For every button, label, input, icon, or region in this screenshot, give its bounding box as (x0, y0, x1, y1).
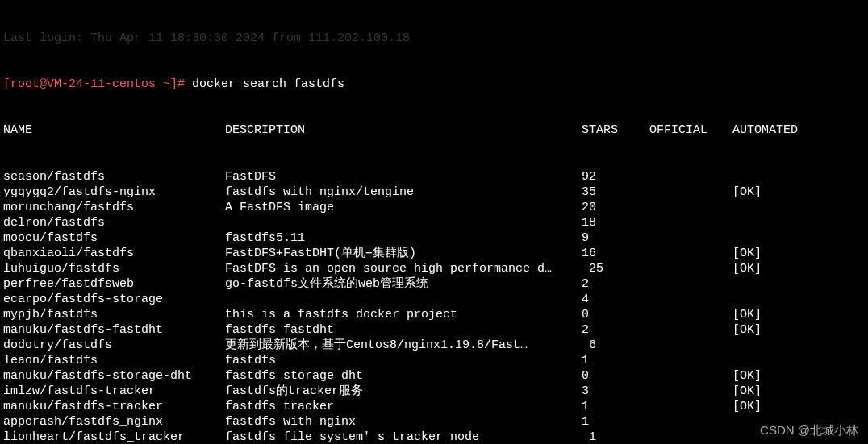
table-row: imlzw/fastdfs-trackerfastdfs的tracker服务3[… (3, 384, 865, 399)
cell-official (649, 338, 732, 353)
table-row: season/fastdfsFastDFS92 (3, 169, 865, 185)
cell-automated (732, 230, 813, 246)
cell-automated: [OK] (732, 185, 813, 200)
table-row: appcrash/fastdfs_nginxfastdfs with nginx… (3, 414, 865, 429)
cell-stars: 4 (582, 292, 649, 307)
cell-official (649, 246, 732, 261)
cell-stars: 1 (582, 399, 649, 414)
cell-official (649, 292, 732, 307)
cell-name: mypjb/fastdfs (3, 307, 225, 322)
cell-description: fastdfs5.11 (225, 230, 582, 246)
table-row: manuku/fastdfs-storage-dhtfastdfs storag… (3, 368, 865, 384)
cell-automated: [OK] (732, 307, 813, 322)
cell-stars: 20 (582, 200, 649, 215)
cell-automated (732, 292, 813, 307)
table-row: perfree/fastdfswebgo-fastdfs文件系统的web管理系统… (3, 276, 865, 292)
cell-name: manuku/fastdfs-fastdht (3, 322, 225, 338)
cell-automated: [OK] (732, 384, 813, 399)
cell-official (649, 200, 732, 215)
cell-description: fastdfs with nginx/tengine (225, 185, 582, 200)
cell-name: manuku/fastdfs-tracker (3, 399, 225, 414)
cell-automated (732, 338, 813, 353)
table-row: morunchang/fastdfsA FastDFS image20 (3, 200, 865, 215)
cell-official (649, 384, 732, 399)
cell-automated (732, 276, 813, 292)
cell-description: fastdfs with nginx (225, 414, 582, 429)
table-row: mypjb/fastdfsthis is a fastdfs docker pr… (3, 307, 865, 322)
cell-description: 更新到最新版本，基于Centos8/nginx1.19.8/Fast… (225, 338, 582, 353)
cell-stars: 9 (582, 230, 649, 246)
cell-name: season/fastdfs (3, 169, 225, 185)
cell-name: luhuiguo/fastdfs (3, 261, 225, 276)
cell-official (649, 399, 732, 414)
cell-description (225, 215, 582, 230)
cell-official (649, 169, 732, 185)
table-header: NAME DESCRIPTION STARS OFFICIAL AUTOMATE… (3, 122, 865, 138)
cell-stars: 18 (582, 215, 649, 230)
cell-stars: 92 (582, 169, 649, 185)
table-row: qbanxiaoli/fastdfsFastDFS+FastDHT(单机+集群版… (3, 246, 865, 261)
cell-description: A FastDFS image (225, 200, 582, 215)
cell-name: qbanxiaoli/fastdfs (3, 246, 225, 261)
cell-official (649, 307, 732, 322)
cell-name: morunchang/fastdfs (3, 200, 225, 215)
cell-description: go-fastdfs文件系统的web管理系统 (225, 276, 582, 292)
table-row: manuku/fastdfs-trackerfastdfs tracker1[O… (3, 399, 865, 414)
cell-stars: 0 (582, 368, 649, 384)
cell-name: lionheart/fastdfs_tracker (3, 429, 225, 444)
cell-name: moocu/fastdfs (3, 230, 225, 246)
cell-description: fastdfs tracker (225, 399, 582, 414)
cell-name: ecarpo/fastdfs-storage (3, 292, 225, 307)
cell-description: fastdfs (225, 353, 582, 368)
cell-official (649, 353, 732, 368)
cell-official (649, 429, 732, 444)
table-row: delron/fastdfs18 (3, 215, 865, 230)
header-stars: STARS (582, 122, 649, 138)
cell-description (225, 292, 582, 307)
cell-stars: 2 (582, 322, 649, 338)
command-text: docker search fastdfs (192, 77, 344, 91)
cell-name: manuku/fastdfs-storage-dht (3, 368, 225, 384)
table-row: luhuiguo/fastdfsFastDFS is an open sourc… (3, 261, 865, 276)
header-official: OFFICIAL (649, 122, 732, 138)
cell-description: FastDFS (225, 169, 582, 185)
cell-name: dodotry/fastdfs (3, 338, 225, 353)
cell-stars: 1 (582, 353, 649, 368)
header-name: NAME (3, 122, 225, 138)
table-body: season/fastdfsFastDFS92ygqygq2/fastdfs-n… (3, 169, 865, 444)
cell-description: fastdfs file system' s tracker node (225, 429, 582, 444)
table-row: leaon/fastdfsfastdfs1 (3, 353, 865, 368)
cell-automated (732, 353, 813, 368)
cell-stars: 6 (582, 338, 649, 353)
cell-official (649, 414, 732, 429)
header-automated: AUTOMATED (732, 122, 813, 138)
cell-name: imlzw/fastdfs-tracker (3, 384, 225, 399)
cell-automated (732, 200, 813, 215)
cell-official (649, 261, 732, 276)
terminal-output[interactable]: Last login: Thu Apr 11 18:30:30 2024 fro… (0, 0, 868, 444)
table-row: lionheart/fastdfs_trackerfastdfs file sy… (3, 429, 865, 444)
cell-automated: [OK] (732, 368, 813, 384)
cell-official (649, 230, 732, 246)
cell-automated: [OK] (732, 261, 813, 276)
cell-stars: 3 (582, 384, 649, 399)
cell-automated (732, 169, 813, 185)
cell-description: fastdfs的tracker服务 (225, 384, 582, 399)
watermark: CSDN @北城小林 (760, 422, 858, 438)
login-line: Last login: Thu Apr 11 18:30:30 2024 fro… (3, 31, 865, 46)
cell-description: fastdfs storage dht (225, 368, 582, 384)
cell-automated: [OK] (732, 322, 813, 338)
cell-automated: [OK] (732, 399, 813, 414)
table-row: manuku/fastdfs-fastdhtfastdfs fastdht2[O… (3, 322, 865, 338)
cell-stars: 1 (582, 414, 649, 429)
cell-automated (732, 215, 813, 230)
cell-stars: 0 (582, 307, 649, 322)
cell-official (649, 185, 732, 200)
cell-automated: [OK] (732, 246, 813, 261)
cell-description: this is a fastdfs docker project (225, 307, 582, 322)
cell-description: fastdfs fastdht (225, 322, 582, 338)
cell-description: FastDFS+FastDHT(单机+集群版) (225, 246, 582, 261)
table-row: ecarpo/fastdfs-storage4 (3, 292, 865, 307)
command-line: [root@VM-24-11-centos ~]# docker search … (3, 77, 865, 92)
cell-stars: 16 (582, 246, 649, 261)
